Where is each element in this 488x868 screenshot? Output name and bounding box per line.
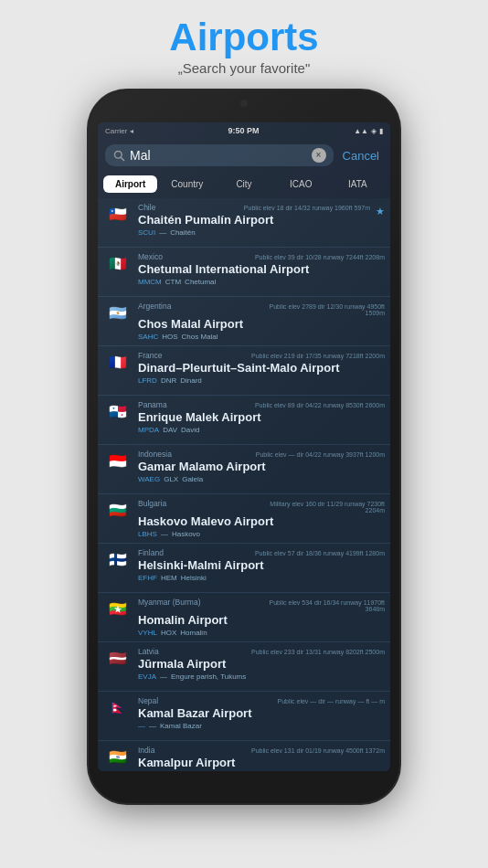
filter-tab-country[interactable]: Country (160, 175, 214, 193)
filter-tab-airport[interactable]: Airport (103, 175, 157, 193)
flag-area: 🇲🇽 (103, 256, 133, 272)
filter-tab-icao[interactable]: ICAO (274, 175, 328, 193)
phone-screen: Carrier ◂ 9:50 PM ▲▲ ◈ ▮ Mal × (98, 122, 390, 771)
search-value: Mal (130, 148, 151, 163)
airport-codes: VYHLHOXHomalin (138, 629, 385, 637)
airport-country-line: FrancePublic elev 219 dir 17/35 runway 7… (138, 351, 385, 360)
airport-list-item[interactable]: 🇫🇷FrancePublic elev 219 dir 17/35 runway… (98, 346, 390, 396)
country-flag: 🇳🇵 (105, 700, 131, 716)
favorite-star-icon[interactable]: ★ (376, 206, 385, 217)
airport-item-content: IndiaPublic elev 131 dir 01/19 runway 45… (138, 746, 385, 771)
filter-tab-city[interactable]: City (217, 175, 271, 193)
airport-name: Homalin Airport (138, 613, 385, 628)
airport-name: Chaitén Pumalín Airport (138, 213, 370, 228)
airport-code: — (160, 672, 167, 681)
airport-country-line: NepalPublic elev — dir — runway — ft — m (138, 696, 385, 705)
airport-code: EVJA (138, 672, 156, 681)
airport-country-line: ArgentinaPublic elev 2789 dir 12/30 runw… (138, 302, 385, 316)
airport-meta: Public elev 233 dir 13/31 runway 8202ft … (251, 649, 385, 655)
airport-code: MPDA (138, 426, 159, 434)
flag-area: 🇱🇻 (103, 651, 133, 667)
airport-item-content: PanamaPublic elev 89 dir 04/22 runway 85… (138, 400, 385, 434)
airport-codes: MMCMCTMChetumal (138, 278, 385, 286)
airport-list-item[interactable]: 🇮🇩IndonesiaPublic elev — dir 04/22 runwa… (98, 445, 390, 494)
airport-codes: LFRDDNRDinard (138, 376, 385, 385)
page-wrapper: Airports „Search your favorite" Carrier … (0, 0, 488, 868)
airport-list-item[interactable]: 🇧🇬BulgariaMilitary elev 160 dir 11/29 ru… (98, 494, 390, 544)
battery-icon: ▮ (379, 127, 383, 135)
status-icons: ▲▲ ◈ ▮ (354, 127, 383, 135)
header-area: Airports „Search your favorite" (0, 0, 488, 85)
clear-icon: × (316, 151, 322, 160)
airport-name: Jūrmala Airport (138, 657, 385, 672)
airport-list-item[interactable]: 🇫🇮FinlandPublic elev 57 dir 18/36 runway… (98, 544, 390, 593)
airport-code: Kamal Bazar (160, 722, 202, 730)
airport-code: DNR (161, 376, 176, 385)
country-flag: 🇮🇩 (105, 453, 131, 470)
airport-code: VYHL (138, 629, 157, 637)
airport-code: Chaitén (170, 228, 196, 237)
airport-list[interactable]: 🇨🇱ChilePublic elev 18 dir 14/32 runway 1… (98, 198, 390, 771)
airport-code: EFHF (138, 574, 157, 582)
airport-name: Helsinki-Malmi Airport (138, 558, 385, 573)
airport-name: Gamar Malamo Airport (138, 460, 385, 474)
airport-codes: LBHS—Haskovo (138, 530, 385, 538)
airport-code: HOX (161, 629, 176, 637)
country-flag: 🇫🇮 (105, 552, 131, 568)
airport-code: Engure parish, Tukums (171, 672, 246, 681)
airport-meta: Public elev 2789 dir 12/30 runway 4950ft… (249, 303, 386, 316)
airport-list-item[interactable]: 🇦🇷ArgentinaPublic elev 2789 dir 12/30 ru… (98, 297, 390, 346)
airport-name: Chos Malal Airport (138, 317, 385, 332)
airport-code: HEM (161, 574, 177, 582)
airport-codes: SAHCHOSChos Malal (138, 333, 385, 341)
airport-item-content: IndonesiaPublic elev — dir 04/22 runway … (138, 450, 385, 483)
flag-area: 🇵🇦 (103, 404, 133, 420)
wifi-icon: ◈ (371, 127, 377, 135)
airport-code: DAV (163, 426, 177, 434)
airport-country-line: BulgariaMilitary elev 160 dir 11/29 runw… (138, 499, 385, 513)
flag-area: 🇲🇲 (103, 601, 133, 618)
airport-country: Bulgaria (138, 499, 166, 508)
airport-country: Panama (138, 400, 167, 409)
airport-list-item[interactable]: 🇲🇲Myanmar (Burma)Public elev 534 dir 16/… (98, 593, 390, 642)
airport-code: Chos Malal (182, 333, 218, 341)
flag-area: 🇮🇳 (103, 749, 133, 766)
airport-list-item[interactable]: 🇮🇳IndiaPublic elev 131 dir 01/19 runway … (98, 741, 390, 771)
airport-code: Dinard (180, 376, 202, 385)
airport-item-content: BulgariaMilitary elev 160 dir 11/29 runw… (138, 499, 385, 538)
airport-codes: WAEGGLXGalela (138, 475, 385, 483)
airport-country: Indonesia (138, 450, 172, 459)
airport-code: — (149, 722, 156, 730)
airport-list-item[interactable]: 🇱🇻LatviaPublic elev 233 dir 13/31 runway… (98, 642, 390, 692)
airport-meta: Public elev 57 dir 18/36 runway 4199ft 1… (255, 550, 385, 556)
airport-country-line: Myanmar (Burma)Public elev 534 dir 16/34… (138, 598, 385, 612)
airport-list-item[interactable]: 🇲🇽MexicoPublic elev 39 dir 10/28 runway … (98, 248, 390, 297)
airport-code: David (181, 426, 199, 434)
airport-country: France (138, 351, 162, 360)
signal-icon: ▲▲ (354, 127, 368, 135)
search-input-area[interactable]: Mal × (105, 144, 334, 166)
airport-list-item[interactable]: 🇨🇱ChilePublic elev 18 dir 14/32 runway 1… (98, 198, 390, 248)
airport-list-item[interactable]: 🇵🇦PanamaPublic elev 89 dir 04/22 runway … (98, 396, 390, 445)
airport-code: Galela (182, 475, 203, 483)
airport-meta: Public elev 534 dir 16/34 runway 11970ft… (249, 599, 386, 612)
phone-frame: Carrier ◂ 9:50 PM ▲▲ ◈ ▮ Mal × (89, 90, 399, 803)
airport-codes: MPDADAVDavid (138, 426, 385, 434)
flag-area: 🇫🇮 (103, 552, 133, 568)
app-title: Airports (0, 16, 488, 58)
airport-country: Myanmar (Burma) (138, 598, 200, 607)
airport-country-line: MexicoPublic elev 39 dir 10/28 runway 72… (138, 252, 385, 261)
airport-list-item[interactable]: 🇳🇵NepalPublic elev — dir — runway — ft —… (98, 692, 390, 741)
status-carrier: Carrier ◂ (105, 127, 133, 135)
filter-tab-iata[interactable]: IATA (331, 175, 385, 193)
airport-code: WAEG (138, 475, 160, 483)
clear-search-button[interactable]: × (312, 148, 326, 163)
airport-name: Kamalpur Airport (138, 756, 385, 770)
status-time: 9:50 PM (228, 126, 259, 135)
airport-name: Dinard–Pleurtuit–Saint-Malo Airport (138, 361, 385, 376)
airport-country: India (138, 746, 154, 755)
airport-codes: EVJA—Engure parish, Tukums (138, 672, 385, 681)
airport-country: Finland (138, 548, 164, 557)
cancel-button[interactable]: Cancel (339, 147, 383, 164)
airport-name: Chetumal International Airport (138, 262, 385, 277)
